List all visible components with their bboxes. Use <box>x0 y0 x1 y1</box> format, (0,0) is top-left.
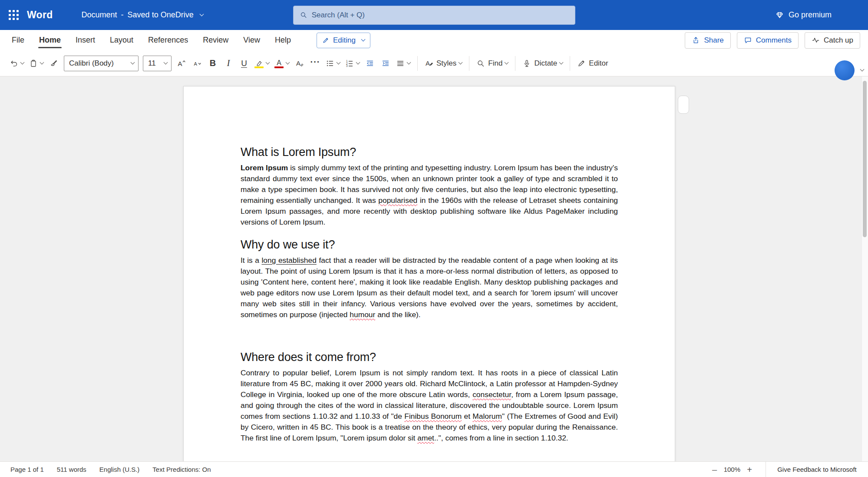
underline-button[interactable]: U <box>236 54 252 73</box>
save-status: Saved to OneDrive <box>128 10 194 20</box>
highlighter-icon <box>254 58 264 68</box>
page-margin-button[interactable] <box>678 96 689 114</box>
doc-heading[interactable]: Why do we use it? <box>241 238 618 252</box>
app-name[interactable]: Word <box>27 9 53 21</box>
word-count-status[interactable]: 511 words <box>57 466 86 473</box>
text-highlight-button[interactable] <box>252 54 272 73</box>
app-launcher-button[interactable] <box>0 0 27 30</box>
shrink-font-button[interactable]: A <box>189 54 205 73</box>
highlight-color-swatch <box>254 66 264 68</box>
font-name-select[interactable]: Calibri (Body) <box>64 56 139 71</box>
doc-heading[interactable]: What is Lorem Ipsum? <box>241 146 618 159</box>
document-title[interactable]: Document - Saved to OneDrive <box>82 10 203 20</box>
tab-help[interactable]: Help <box>267 30 298 50</box>
ribbon-tab-bar: File Home Insert Layout References Revie… <box>0 30 868 50</box>
titlebar-right: Go premium <box>775 6 868 25</box>
tab-file[interactable]: File <box>4 30 32 50</box>
tab-review[interactable]: Review <box>195 30 236 50</box>
comments-button[interactable]: Comments <box>737 32 799 49</box>
grow-font-icon: A <box>177 59 186 68</box>
text-run-underlined: long established <box>261 256 316 265</box>
document-page[interactable]: What is Lorem Ipsum? Lorem Ipsum is simp… <box>183 86 675 461</box>
chevron-down-icon <box>286 60 290 65</box>
page-count-status[interactable]: Page 1 of 1 <box>10 466 44 473</box>
align-justify-icon <box>396 59 405 68</box>
italic-button[interactable]: I <box>221 54 236 73</box>
decrease-indent-icon <box>366 59 374 68</box>
vertical-scrollbar[interactable] <box>861 76 868 461</box>
doc-paragraph[interactable]: It is a long established fact that a rea… <box>241 255 618 320</box>
tab-home[interactable]: Home <box>32 30 68 50</box>
zoom-level[interactable]: 100% <box>724 466 740 473</box>
tab-layout[interactable]: Layout <box>102 30 141 50</box>
more-options-icon: ··· <box>310 60 320 64</box>
avatar[interactable] <box>844 6 863 25</box>
title-separator: - <box>121 10 124 20</box>
doc-paragraph[interactable]: Contrary to popular belief, Lorem Ipsum … <box>241 368 618 444</box>
tab-insert[interactable]: Insert <box>68 30 102 50</box>
doc-heading[interactable]: Where does it come from? <box>241 351 618 364</box>
go-premium-label: Go premium <box>789 10 832 20</box>
bullets-button[interactable] <box>323 54 343 73</box>
app-launcher-grid-icon <box>9 10 19 20</box>
decrease-indent-button[interactable] <box>362 54 378 73</box>
share-label: Share <box>704 36 723 45</box>
numbering-button[interactable]: 123 <box>343 54 362 73</box>
font-size-select[interactable]: 11 <box>143 56 172 71</box>
zoom-out-button[interactable]: – <box>707 462 722 477</box>
collapse-ribbon-chevron-icon[interactable] <box>860 67 865 72</box>
scrollbar-thumb[interactable] <box>863 81 867 237</box>
chevron-down-icon <box>199 12 204 17</box>
numbered-list-icon: 123 <box>345 59 354 68</box>
text-run: It is a <box>241 256 261 265</box>
pulse-icon <box>812 36 820 44</box>
increase-indent-button[interactable] <box>378 54 393 73</box>
font-color-button[interactable]: A <box>272 54 292 73</box>
catch-up-button[interactable]: Catch up <box>805 32 860 49</box>
toolbar-separator <box>570 56 570 71</box>
floating-blue-circle[interactable] <box>835 60 855 80</box>
text-run-misspelled: Finibus Bonorum <box>404 412 462 421</box>
more-font-options-button[interactable]: ··· <box>307 54 323 73</box>
tab-references[interactable]: References <box>141 30 195 50</box>
clipboard-icon <box>29 59 38 68</box>
dictate-button[interactable]: Dictate <box>520 54 565 73</box>
chevron-down-icon <box>505 60 509 65</box>
ribbon-actions: Share Comments Catch up <box>685 32 868 49</box>
undo-button[interactable] <box>7 54 26 73</box>
grow-font-button[interactable]: A <box>174 54 189 73</box>
format-painter-icon <box>50 59 58 68</box>
feedback-button[interactable]: Give Feedback to Microsoft <box>766 462 868 477</box>
doc-paragraph[interactable]: Lorem Ipsum is simply dummy text of the … <box>241 162 618 228</box>
chevron-down-icon <box>20 60 25 65</box>
language-status[interactable]: English (U.S.) <box>99 466 140 473</box>
find-button[interactable]: Find <box>474 54 511 73</box>
zoom-in-button[interactable]: + <box>742 462 757 477</box>
editor-button[interactable]: Editor <box>574 54 611 73</box>
format-painter-button[interactable] <box>46 54 62 73</box>
document-name: Document <box>82 10 117 20</box>
svg-text:A: A <box>194 61 198 66</box>
clear-formatting-button[interactable]: A <box>292 54 307 73</box>
alignment-button[interactable] <box>393 54 413 73</box>
bulleted-list-icon <box>326 59 334 68</box>
svg-text:A: A <box>426 60 430 67</box>
bold-icon: B <box>210 58 216 68</box>
text-run: and the like). <box>375 310 420 319</box>
paste-button[interactable] <box>26 54 46 73</box>
share-button[interactable]: Share <box>685 32 730 49</box>
text-predictions-status[interactable]: Text Predictions: On <box>152 466 211 473</box>
search-box[interactable] <box>293 6 575 25</box>
search-input[interactable] <box>312 11 569 20</box>
microphone-icon <box>522 59 531 68</box>
toolbar-separator <box>417 56 418 71</box>
tab-view[interactable]: View <box>236 30 267 50</box>
italic-icon: I <box>227 58 230 69</box>
editing-mode-label: Editing <box>333 36 356 45</box>
styles-button[interactable]: A Styles <box>422 54 465 73</box>
search-icon <box>300 11 307 19</box>
catch-up-label: Catch up <box>824 36 853 45</box>
go-premium-button[interactable]: Go premium <box>775 10 832 20</box>
editing-mode-button[interactable]: Editing <box>317 33 370 48</box>
bold-button[interactable]: B <box>205 54 221 73</box>
